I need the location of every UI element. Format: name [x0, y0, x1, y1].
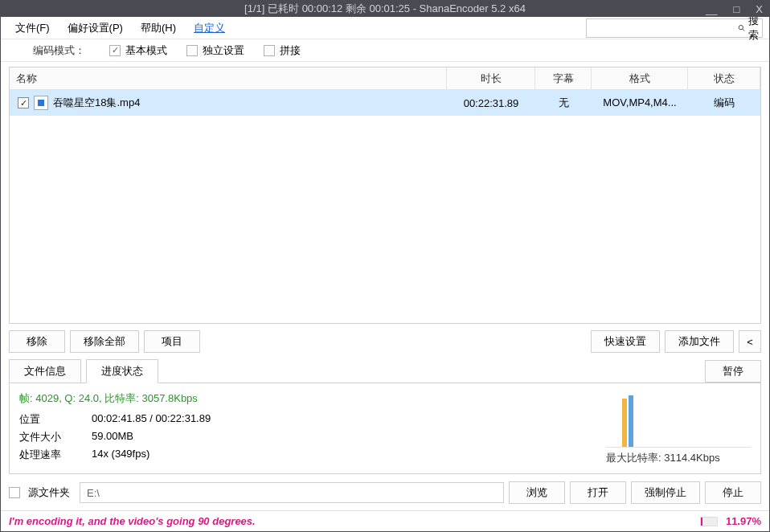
filesize-value: 59.00MB	[92, 430, 596, 444]
cell-duration: 00:22:31.89	[447, 90, 535, 116]
search-box: 搜索	[586, 18, 763, 38]
mode-individual-checkbox[interactable]: 独立设置	[186, 43, 244, 58]
app-window: [1/1] 已耗时 00:00:12 剩余 00:01:25 - ShanaEn…	[0, 0, 770, 532]
check-icon: ✓	[109, 45, 121, 56]
menu-help[interactable]: 帮助(H)	[133, 18, 184, 39]
svg-line-1	[743, 29, 744, 31]
cell-subtitle: 无	[535, 90, 592, 116]
file-name: 吞噬星空18集.mp4	[53, 96, 140, 110]
project-button[interactable]: 项目	[144, 330, 200, 353]
bar-icon	[622, 399, 627, 447]
window-title: [1/1] 已耗时 00:00:12 剩余 00:01:25 - ShanaEn…	[244, 2, 526, 16]
minimize-button[interactable]: __	[702, 3, 720, 15]
encoding-stats: 帧: 4029, Q: 24.0, 比特率: 3057.8Kbps	[19, 391, 596, 406]
encode-mode-label: 编码模式：	[33, 43, 85, 58]
check-icon	[186, 45, 198, 56]
bitrate-chart: 最大比特率: 3114.4Kbps	[606, 391, 751, 465]
position-value: 00:02:41.85 / 00:22:31.89	[92, 412, 596, 427]
progress-panel: 帧: 4029, Q: 24.0, 比特率: 3057.8Kbps 位置 00:…	[9, 383, 761, 474]
row-checkbox[interactable]: ✓	[18, 97, 29, 108]
col-subtitle[interactable]: 字幕	[535, 68, 592, 90]
source-path-input[interactable]	[80, 482, 504, 503]
tab-file-info[interactable]: 文件信息	[9, 359, 81, 383]
remove-button[interactable]: 移除	[9, 330, 65, 353]
maximize-button[interactable]: □	[730, 3, 743, 15]
menubar: 文件(F) 偏好设置(P) 帮助(H) 自定义 搜索	[1, 17, 769, 39]
max-bitrate-value: 3114.4Kbps	[664, 452, 719, 464]
encode-mode-row: 编码模式： ✓ 基本模式 独立设置 拼接	[1, 39, 769, 62]
table-row[interactable]: ✓ 吞噬星空18集.mp4 00:22:31.89 无 MOV,MP4,M4..…	[10, 90, 760, 116]
browse-button[interactable]: 浏览	[509, 481, 565, 504]
menu-preferences[interactable]: 偏好设置(P)	[59, 18, 131, 39]
titlebar: [1/1] 已耗时 00:00:12 剩余 00:01:25 - ShanaEn…	[1, 1, 769, 17]
remove-all-button[interactable]: 移除全部	[70, 330, 139, 353]
tab-progress[interactable]: 进度状态	[86, 359, 158, 383]
close-button[interactable]: X	[752, 3, 766, 15]
source-label: 源文件夹	[28, 485, 70, 500]
col-name[interactable]: 名称	[10, 68, 447, 90]
mode-concat-label: 拼接	[280, 43, 301, 58]
cell-format: MOV,MP4,M4...	[592, 90, 688, 116]
progress-info: 帧: 4029, Q: 24.0, 比特率: 3057.8Kbps 位置 00:…	[19, 391, 596, 465]
pause-button[interactable]: 暂停	[705, 360, 761, 383]
col-duration[interactable]: 时长	[447, 68, 535, 90]
search-icon	[738, 23, 745, 34]
max-bitrate: 最大比特率: 3114.4Kbps	[606, 451, 720, 465]
add-file-button[interactable]: 添加文件	[665, 330, 734, 353]
status-bar: I'm encoding it, and the video's going 9…	[1, 510, 769, 531]
progress-percent: 11.97%	[726, 515, 761, 527]
status-message: I'm encoding it, and the video's going 9…	[9, 515, 256, 527]
bar-icon	[629, 395, 633, 447]
table-body[interactable]: ✓ 吞噬星空18集.mp4 00:22:31.89 无 MOV,MP4,M4..…	[10, 90, 760, 323]
bitrate-graph	[606, 391, 751, 448]
search-label: 搜索	[748, 14, 763, 43]
max-bitrate-label: 最大比特率:	[606, 452, 664, 464]
mode-basic-checkbox[interactable]: ✓ 基本模式	[109, 43, 167, 58]
mode-individual-label: 独立设置	[203, 43, 244, 58]
video-file-icon	[34, 96, 48, 110]
svg-point-0	[739, 25, 743, 29]
search-button[interactable]: 搜索	[731, 19, 769, 37]
quick-settings-button[interactable]: 快速设置	[591, 330, 660, 353]
filesize-label: 文件大小	[19, 430, 92, 444]
action-buttons-row: 移除 移除全部 项目 快速设置 添加文件 <	[1, 324, 769, 359]
cell-name: ✓ 吞噬星空18集.mp4	[10, 90, 447, 116]
menu-file[interactable]: 文件(F)	[7, 18, 58, 39]
info-tabs: 文件信息 进度状态 暂停	[1, 359, 769, 383]
file-table: 名称 时长 字幕 格式 状态 ✓ 吞噬星空18集.mp4 00:22:31.89…	[9, 67, 761, 324]
col-status[interactable]: 状态	[688, 68, 760, 90]
source-folder-row: 源文件夹 浏览 打开 强制停止 停止	[1, 475, 769, 510]
speed-label: 处理速率	[19, 448, 92, 462]
source-checkbox[interactable]	[9, 487, 20, 498]
progress-bar-icon	[700, 517, 718, 526]
collapse-button[interactable]: <	[739, 330, 761, 353]
mode-concat-checkbox[interactable]: 拼接	[264, 43, 301, 58]
menu-custom[interactable]: 自定义	[186, 18, 233, 39]
speed-value: 14x (349fps)	[92, 448, 596, 462]
table-header: 名称 时长 字幕 格式 状态	[10, 68, 760, 90]
force-stop-button[interactable]: 强制停止	[631, 481, 700, 504]
window-controls: __ □ X	[702, 1, 766, 17]
cell-status: 编码	[688, 90, 760, 116]
stop-button[interactable]: 停止	[705, 481, 761, 504]
col-format[interactable]: 格式	[592, 68, 688, 90]
mode-basic-label: 基本模式	[125, 43, 167, 58]
position-label: 位置	[19, 412, 92, 427]
check-icon	[264, 45, 275, 56]
search-input[interactable]	[587, 19, 731, 37]
open-button[interactable]: 打开	[570, 481, 626, 504]
